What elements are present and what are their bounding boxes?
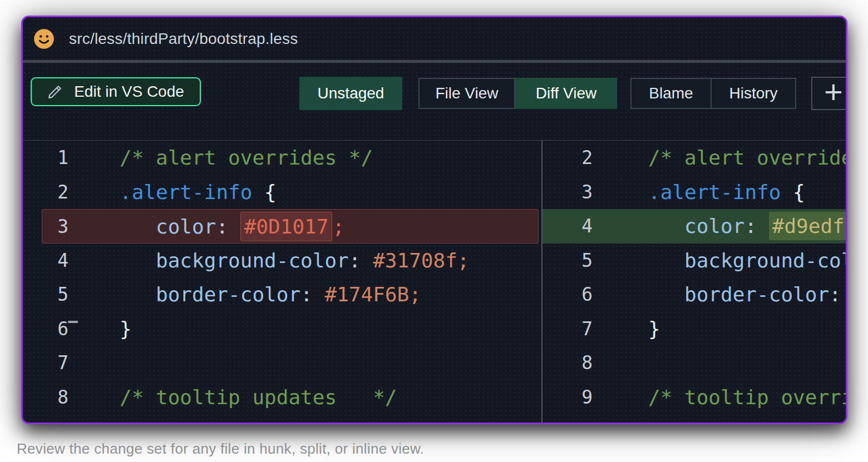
code-token: .alert-info [648,181,781,203]
diff-line-old-5: 5border-color: #174F6B; [23,277,541,312]
code-token: background-color [684,249,847,272]
file-view-tab[interactable]: File View [418,78,515,109]
code-token: { [252,181,276,203]
code-token: /* tooltip overrides */ [648,386,847,409]
diff-line-old-7: 7 [23,346,541,380]
code-token: : [216,215,240,238]
diff-line-new-2: 2/* alert overrides */ [542,141,847,175]
code-token: { [781,181,805,203]
smiley-icon [32,27,56,51]
toolbar: Edit in VS Code Unstaged File View Diff … [23,63,846,140]
blame-history-group: Blame History [630,78,796,109]
code-text: } [593,312,660,346]
code-text: .alert-info { [593,175,805,210]
diff-line-new-5: 5background-color: [542,244,847,278]
history-button[interactable]: History [711,79,795,108]
diff-line-new-4: 4color: #d9edf7; [542,209,847,244]
code-token: #31708f; [373,249,469,272]
code-text: background-color: [593,244,847,278]
file-path: src/less/thirdParty/bootstrap.less [69,30,298,48]
diff-line-new-6: 6border-color: [542,277,847,312]
line-number: 8 [542,346,593,380]
line-number: 5 [542,244,593,278]
edit-in-vscode-button[interactable]: Edit in VS Code [31,77,201,106]
caption-text: Review the change set for any file in hu… [17,440,424,458]
code-token: color [156,215,216,238]
add-button[interactable]: + [811,77,847,110]
page-background: src/less/thirdParty/bootstrap.less Edit … [0,0,868,462]
pencil-icon [47,84,63,100]
code-text: border-color: [593,277,841,312]
code-text: } [68,312,132,346]
code-token: : [300,283,324,306]
code-text: .alert-info { [68,175,277,210]
code-text: color: #0D1017; [68,210,344,243]
diff-line-old-6: 6} [23,312,541,346]
diff-line-old-3: 3color: #0D1017; [42,209,539,244]
code-text: background-color: #31708f; [68,244,470,278]
code-token: } [648,317,660,340]
diff-line-old-4: 4background-color: #31708f; [23,244,541,278]
line-number: 7 [23,346,68,380]
line-number: 9 [542,380,593,415]
code-token: /* alert overrides */ [648,146,847,169]
text-cursor [68,321,78,323]
diff-viewer-window: src/less/thirdParty/bootstrap.less Edit … [21,16,847,424]
line-number: 2 [23,175,68,210]
diff-line-new-8: 8 [542,346,847,380]
code-token: ; [332,215,344,238]
code-text: border-color: #174F6B; [68,277,421,312]
line-number: 7 [542,312,593,346]
line-number: 3 [42,210,68,243]
diff-pane-old: 1/* alert overrides */2.alert-info {3col… [23,141,541,423]
diff-view: 1/* alert overrides */2.alert-info {3col… [23,140,846,423]
code-text [68,346,120,380]
blame-button[interactable]: Blame [632,79,711,108]
diff-line-old-2: 2.alert-info { [23,175,541,210]
line-number: 6 [542,277,593,312]
line-number: 3 [542,175,593,210]
code-token: background-color [156,249,349,272]
code-token: #d9edf7; [769,212,847,240]
code-token: .alert-info [120,181,252,203]
code-text: /* tooltip overrides */ [593,380,847,415]
code-text [593,346,648,380]
code-token: : [829,283,841,306]
edit-button-label: Edit in VS Code [74,83,184,101]
unstaged-button[interactable]: Unstaged [299,77,402,110]
line-number: 8 [23,380,68,415]
code-text: color: #d9edf7; [593,209,847,244]
line-number: 1 [23,141,68,175]
diff-line-old-1: 1/* alert overrides */ [23,141,541,175]
code-token: : [744,215,768,237]
line-number: 6 [23,312,68,346]
code-token: /* tooltip updates */ [120,386,397,409]
line-number: 4 [542,209,593,244]
view-toggle-group: File View Diff View [418,78,617,109]
code-token: color [684,215,744,237]
code-token: border-color [156,283,300,306]
diff-line-new-9: 9/* tooltip overrides */ [542,380,847,415]
file-header: src/less/thirdParty/bootstrap.less [23,17,846,60]
code-token: #174F6B; [324,283,421,306]
code-token: : [349,249,373,272]
diff-line-new-7: 7} [542,312,847,346]
diff-pane-new: 2/* alert overrides */3.alert-info {4col… [542,141,847,423]
code-token: /* alert overrides */ [120,146,373,169]
diff-line-old-8: 8/* tooltip updates */ [23,380,541,415]
line-number: 5 [23,277,68,312]
line-number: 2 [542,141,593,175]
code-token: #0D1017 [240,212,333,241]
diff-view-tab[interactable]: Diff View [515,78,617,109]
code-text: /* tooltip updates */ [68,380,397,415]
code-text: /* alert overrides */ [593,141,847,175]
code-token: } [120,317,132,340]
code-token: border-color [684,283,829,306]
code-text: /* alert overrides */ [68,141,373,175]
diff-line-new-3: 3.alert-info { [542,175,847,210]
line-number: 4 [23,244,68,278]
